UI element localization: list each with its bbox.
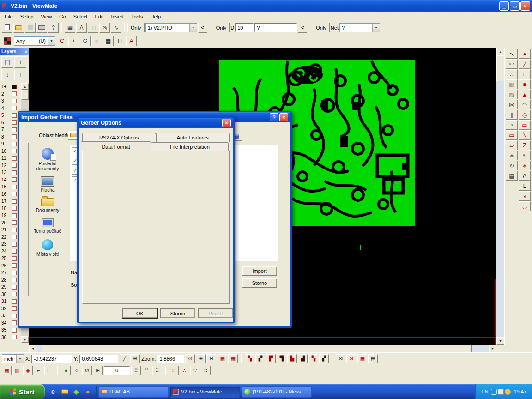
layer-color-box[interactable] [12, 285, 17, 290]
pad-pattern-4-icon[interactable]: ▜ [277, 354, 286, 363]
layer-table-button[interactable]: ▤ [1, 56, 13, 68]
layer-color-box[interactable] [12, 99, 17, 103]
menu-insert[interactable]: Insert [107, 13, 127, 20]
net-combobox[interactable]: ? ▼ [339, 23, 380, 32]
pad-group-icon[interactable]: ∴ [506, 69, 518, 79]
ok-button[interactable]: OK [122, 308, 157, 318]
pad-pattern-3-icon[interactable]: ▛ [266, 354, 276, 363]
only-dcode-toggle[interactable]: Only [213, 23, 230, 32]
chevron-down-icon[interactable]: ▼ [189, 24, 197, 32]
apply-button[interactable]: Použít [198, 308, 233, 318]
minimize-button[interactable]: _ [499, 1, 509, 11]
prev-dcode-button[interactable]: < [298, 23, 307, 33]
pad-pair-icon[interactable]: ∘∘ [506, 59, 518, 69]
only-layer-toggle[interactable]: Only [127, 23, 145, 32]
grid-value-field[interactable]: 0 [104, 366, 130, 375]
layer-color-box[interactable] [12, 314, 17, 318]
draw-polyline-icon[interactable]: ∟ [519, 69, 531, 79]
status-light-icon[interactable]: ● [61, 366, 71, 375]
layer-color-box[interactable] [12, 149, 17, 153]
label-tool-icon[interactable]: L [519, 181, 531, 191]
output-icon[interactable]: ▤ [506, 171, 518, 181]
layer-color-box[interactable] [12, 320, 17, 325]
close-button[interactable]: × [279, 113, 288, 121]
ie-icon[interactable]: e [49, 387, 57, 396]
arc-segment-icon[interactable]: ◔ [506, 120, 518, 130]
layer-color-box[interactable] [12, 142, 17, 146]
layer-color-box[interactable] [12, 228, 17, 232]
layer-color-box[interactable] [12, 120, 17, 125]
scroll-thumb[interactable] [42, 345, 472, 352]
import-button[interactable]: Import [242, 266, 277, 276]
converge-icon[interactable]: + [68, 36, 79, 46]
draw-diagonal-icon[interactable]: ╲ [519, 130, 531, 140]
layer-row[interactable]: 4 [0, 105, 21, 112]
grid-red-icon[interactable]: ▦ [2, 366, 12, 375]
dot-matrix-3-icon[interactable]: ⠭ [152, 366, 162, 375]
layer-color-box[interactable] [12, 199, 17, 204]
y-coordinate-field[interactable]: 0.690643 [79, 355, 118, 363]
color-grid-icon[interactable] [2, 36, 12, 46]
red-dots-3-icon[interactable]: ∵ [190, 366, 200, 375]
pad-table-icon[interactable]: ▦ [357, 354, 367, 363]
place-dokumenty[interactable]: Dokumenty [30, 198, 66, 213]
layer-color-box[interactable] [12, 271, 17, 275]
dot-matrix-1-icon[interactable]: ⠿ [131, 366, 141, 375]
highlight-c-icon[interactable]: C [57, 36, 67, 46]
layers-panel-header[interactable]: Layers × [0, 48, 29, 55]
corner-tl-icon[interactable]: ⌐ [34, 366, 43, 375]
save-icon[interactable] [25, 23, 36, 33]
menu-go[interactable]: Go [55, 13, 70, 20]
diamond-icon[interactable]: ◈ [23, 366, 33, 375]
dcode-filter-input[interactable]: ? [254, 23, 297, 32]
scroll-up-icon[interactable]: ▲ [496, 48, 504, 55]
dcode-input[interactable]: 10 [235, 23, 254, 32]
pad-report-icon[interactable]: ◎ [99, 23, 110, 33]
chevron-down-icon[interactable]: ▼ [48, 37, 55, 45]
place-plocha[interactable]: Plocha [30, 177, 66, 193]
dashed-select-icon[interactable]: ▭ [506, 130, 518, 140]
hatch-fill-icon[interactable]: ▨ [506, 90, 518, 99]
tool-bars-icon[interactable]: ◫ [88, 23, 98, 33]
zoom-in-icon[interactable]: ⊕ [196, 354, 206, 363]
layer-color-box[interactable] [12, 170, 17, 175]
select-x-icon[interactable]: ⊠ [336, 354, 345, 363]
any-filter-combobox[interactable]: Any (U) ▼ [14, 36, 55, 46]
layer-color-box[interactable] [12, 256, 17, 261]
scroll-left-icon[interactable]: ◄ [29, 345, 36, 352]
deselect-x-icon[interactable]: ⊠ [346, 354, 356, 363]
layer-color-box[interactable] [12, 91, 17, 96]
corner-bl-icon[interactable]: ∟ [44, 366, 54, 375]
menu-tools[interactable]: Tools [127, 13, 147, 20]
layer-color-box[interactable] [12, 213, 17, 218]
mirror-icon[interactable]: ⋈ [506, 100, 518, 109]
draw-zigzag-icon[interactable]: Z [519, 140, 531, 150]
draw-donut-icon[interactable]: ◖ [519, 191, 531, 201]
pad-pattern-5-icon[interactable]: ▙ [287, 354, 297, 363]
menu-help[interactable]: Help [147, 13, 165, 20]
aperture-list-icon[interactable]: A [76, 23, 87, 33]
layer-add-button[interactable]: + [14, 56, 26, 68]
pad-pattern-8-icon[interactable]: ▞ [319, 354, 329, 363]
layer-row[interactable]: 3 [0, 97, 21, 105]
menu-file[interactable]: File [1, 13, 17, 20]
draw-arc-icon[interactable]: ◠ [519, 100, 531, 109]
layer-color-box[interactable] [12, 85, 17, 89]
layer-color-box[interactable] [12, 106, 17, 110]
skew-icon[interactable]: ∥ [506, 110, 518, 120]
menu-setup[interactable]: Setup [17, 13, 37, 20]
zoom-select-icon[interactable]: ⊙ [185, 354, 195, 363]
prev-layer-button[interactable]: < [198, 23, 207, 33]
pad-circle-icon[interactable]: ◌ [91, 36, 102, 46]
draw-sketch-icon[interactable]: ∿ [519, 151, 531, 160]
tab-rs274-x-options[interactable]: RS274-X Options [82, 133, 156, 142]
pad-pattern-1-icon[interactable]: ▚ [245, 354, 254, 363]
chevron-down-icon[interactable]: ▼ [16, 355, 24, 363]
draw-flash-icon[interactable]: ∗ [519, 161, 531, 170]
chart-icon[interactable]: ∿ [111, 23, 121, 33]
pad-grid-icon[interactable]: ▦ [103, 36, 114, 46]
layer-row[interactable]: 1+ [0, 83, 21, 91]
layer-color-box[interactable] [12, 185, 17, 189]
highlight-g-icon[interactable]: G [80, 36, 91, 46]
layer-color-box[interactable] [12, 335, 17, 339]
